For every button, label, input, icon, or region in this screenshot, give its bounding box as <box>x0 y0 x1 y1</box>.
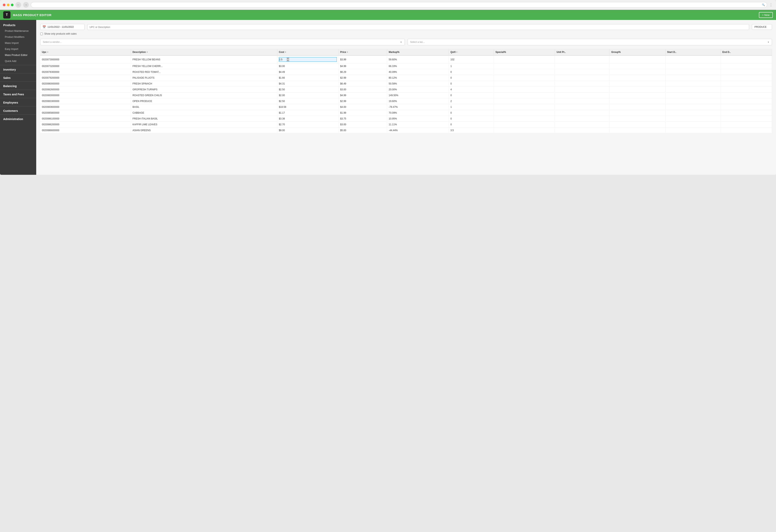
cell-end-date[interactable] <box>721 92 772 98</box>
cell-special[interactable] <box>494 110 555 116</box>
cost-spin-down[interactable]: ▼ <box>286 59 289 61</box>
sidebar-item-easy-import[interactable]: Easy Import <box>0 46 36 52</box>
cell-group[interactable] <box>610 69 665 75</box>
cell-markup[interactable]: -78.47% <box>387 104 449 110</box>
minimize-window-button[interactable] <box>7 4 9 6</box>
cell-start-date[interactable] <box>665 55 721 63</box>
cell-description[interactable]: FRESH ITALIAN BASIL <box>131 116 277 122</box>
date-range-input[interactable] <box>47 26 80 28</box>
sidebar-item-mass-import[interactable]: Mass Import <box>0 40 36 46</box>
cell-upc[interactable]: 0020083600000 <box>40 104 131 110</box>
show-sales-label[interactable]: Show only products with sales <box>44 32 77 35</box>
cell-cost[interactable]: ▲▼ <box>277 55 338 63</box>
back-button[interactable]: ← <box>15 2 21 8</box>
cell-cost[interactable]: $2.00 <box>277 92 338 98</box>
cell-description[interactable]: GROFRESH TURNIPS <box>131 87 277 92</box>
sidebar-item-quick-add[interactable]: Quick Add <box>0 58 36 64</box>
cell-group[interactable] <box>610 87 665 92</box>
cell-upc[interactable]: 0020086200000 <box>40 122 131 127</box>
department-badge[interactable]: PRODUCE <box>752 24 772 30</box>
cell-group[interactable] <box>610 63 665 69</box>
cell-group[interactable] <box>610 110 665 116</box>
col-cost[interactable]: Cost ▾ <box>277 49 338 55</box>
cell-description[interactable]: FRESH YELLOW CHERR... <box>131 63 277 69</box>
cell-start-date[interactable] <box>665 69 721 75</box>
cell-special[interactable] <box>494 55 555 63</box>
cell-markup[interactable]: 50.58% <box>387 81 449 87</box>
cell-cost[interactable]: $18.58 <box>277 104 338 110</box>
cell-upc[interactable]: 0020082600000 <box>40 87 131 92</box>
cell-cost[interactable]: $3.38 <box>277 116 338 122</box>
upc-search-wrap[interactable] <box>87 24 749 30</box>
cell-description[interactable]: ASIAN GREENS <box>131 127 277 134</box>
cell-end-date[interactable] <box>721 81 772 87</box>
cell-special[interactable] <box>494 116 555 122</box>
cell-special[interactable] <box>494 98 555 104</box>
cell-group[interactable] <box>610 98 665 104</box>
cell-group[interactable] <box>610 104 665 110</box>
cell-unit-price[interactable] <box>555 122 610 127</box>
cell-upc[interactable]: 0020083000000 <box>40 92 131 98</box>
address-input[interactable] <box>33 3 761 6</box>
cell-group[interactable] <box>610 75 665 81</box>
sidebar-item-product-maintenance[interactable]: Product Maintenance <box>0 28 36 34</box>
cell-end-date[interactable] <box>721 127 772 134</box>
cell-group[interactable] <box>610 92 665 98</box>
cell-upc[interactable]: 0020079200000 <box>40 75 131 81</box>
cell-unit-price[interactable] <box>555 127 610 134</box>
cell-special[interactable] <box>494 127 555 134</box>
cell-description[interactable]: ROASTED RED TOMAT... <box>131 69 277 75</box>
col-start-date[interactable]: Start D.. <box>665 49 721 55</box>
cell-markup[interactable]: 80.12% <box>387 75 449 81</box>
cell-upc[interactable]: 0020073000000 <box>40 55 131 63</box>
sidebar-section-customers[interactable]: Customers <box>0 107 36 113</box>
cell-special[interactable] <box>494 122 555 127</box>
cell-qoh[interactable]: 2 <box>449 98 494 104</box>
cell-group[interactable] <box>610 116 665 122</box>
cell-qoh[interactable]: 0 <box>449 92 494 98</box>
cell-special[interactable] <box>494 75 555 81</box>
cell-start-date[interactable] <box>665 127 721 134</box>
cell-cost[interactable]: $2.50 <box>277 98 338 104</box>
cell-price[interactable]: $4.00 <box>338 104 387 110</box>
cell-upc[interactable]: 0020078300000 <box>40 69 131 75</box>
sidebar-section-sales[interactable]: Sales <box>0 74 36 81</box>
cell-price[interactable]: $6.49 <box>338 81 387 87</box>
cell-upc[interactable]: 0020086100000 <box>40 116 131 122</box>
cell-end-date[interactable] <box>721 69 772 75</box>
cell-start-date[interactable] <box>665 87 721 92</box>
cell-special[interactable] <box>494 92 555 98</box>
cell-markup[interactable]: 59.60% <box>387 55 449 63</box>
cell-price[interactable]: $3.75 <box>338 116 387 122</box>
cell-group[interactable] <box>610 55 665 63</box>
cell-price[interactable]: $4.99 <box>338 92 387 98</box>
cell-description[interactable]: FRESH SPINACH <box>131 81 277 87</box>
forward-button[interactable]: → <box>23 2 29 8</box>
cell-unit-price[interactable] <box>555 98 610 104</box>
cell-end-date[interactable] <box>721 110 772 116</box>
cell-price[interactable]: $2.99 <box>338 75 387 81</box>
sidebar-item-product-modifiers[interactable]: Product Modifiers <box>0 34 36 40</box>
cell-markup[interactable]: 66.33% <box>387 63 449 69</box>
cell-price[interactable]: $1.99 <box>338 110 387 116</box>
cell-description[interactable]: KAFFIR LIME LEAVES <box>131 122 277 127</box>
cell-end-date[interactable] <box>721 104 772 110</box>
upc-search-input[interactable] <box>89 26 747 29</box>
cell-markup[interactable]: 70.09% <box>387 110 449 116</box>
cell-price[interactable]: $3.00 <box>338 87 387 92</box>
cell-cost[interactable]: $9.00 <box>277 127 338 134</box>
cell-price[interactable]: $3.00 <box>338 122 387 127</box>
cell-end-date[interactable] <box>721 75 772 81</box>
cell-unit-price[interactable] <box>555 75 610 81</box>
cell-end-date[interactable] <box>721 55 772 63</box>
col-unit-price[interactable]: Unit Pr.. <box>555 49 610 55</box>
cell-description[interactable]: BASIL <box>131 104 277 110</box>
sidebar-item-mass-product-editor[interactable]: Mass Product Editor <box>0 52 36 58</box>
cell-markup[interactable]: 10.95% <box>387 116 449 122</box>
cell-markup[interactable]: 20.00% <box>387 87 449 92</box>
cell-upc[interactable]: 0020086600000 <box>40 127 131 134</box>
cell-unit-price[interactable] <box>555 69 610 75</box>
cell-cost[interactable]: $2.50 <box>277 87 338 92</box>
cell-cost[interactable]: $2.70 <box>277 122 338 127</box>
cell-upc[interactable]: 0020080000000 <box>40 81 131 87</box>
